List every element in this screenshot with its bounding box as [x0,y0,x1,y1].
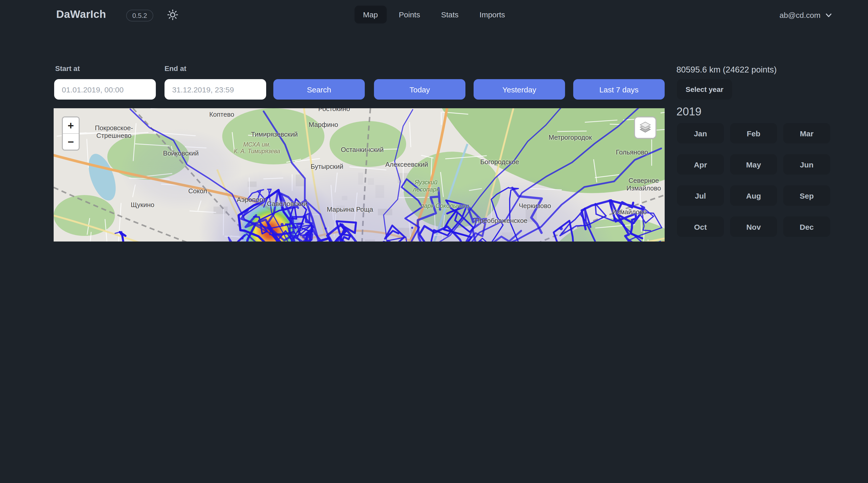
month-button-apr[interactable]: Apr [677,154,724,174]
zoom-control: + − [62,117,80,151]
month-button-feb[interactable]: Feb [730,123,777,143]
zoom-out-button[interactable]: − [63,133,79,150]
tab-stats[interactable]: Stats [432,6,467,24]
month-button-oct[interactable]: Oct [677,217,724,237]
user-email: ab@cd.com [779,11,820,20]
map-tiles [54,108,665,242]
layers-control[interactable] [634,117,656,139]
zoom-in-button[interactable]: + [63,118,79,133]
start-date-input[interactable] [54,79,156,100]
sun-icon [167,9,178,21]
theme-toggle-button[interactable] [167,9,178,21]
month-button-sep[interactable]: Sep [783,185,830,206]
app-logo[interactable]: DaWarIch [56,8,106,21]
end-at-label: End at [164,64,186,72]
yesterday-button[interactable]: Yesterday [474,79,565,100]
version-badge: 0.5.2 [126,10,153,22]
tab-points[interactable]: Points [390,6,429,24]
select-year-button[interactable]: Select year [677,79,732,100]
month-button-nov[interactable]: Nov [730,217,777,237]
month-button-aug[interactable]: Aug [730,185,777,206]
chevron-down-icon [825,11,832,19]
map-canvas[interactable]: КоптевоПокровское- СтрешневоМарфиноТимир… [54,108,665,242]
month-button-may[interactable]: May [730,154,777,174]
layers-icon [638,121,652,135]
search-button[interactable]: Search [273,79,365,100]
today-button[interactable]: Today [374,79,465,100]
month-button-jul[interactable]: Jul [677,185,724,206]
month-button-jun[interactable]: Jun [783,154,830,174]
last-7-days-button[interactable]: Last 7 days [573,79,665,100]
distance-points-summary: 80595.6 km (24622 points) [676,65,777,74]
app-window: DaWarIch 0.5.2 MapPointsStatsImports ab@… [0,0,868,242]
start-at-label: Start at [55,64,80,72]
month-button-dec[interactable]: Dec [783,217,830,237]
month-button-mar[interactable]: Mar [783,123,830,143]
tab-imports[interactable]: Imports [471,6,514,24]
user-menu[interactable]: ab@cd.com [779,11,832,20]
end-date-input[interactable] [164,79,266,100]
month-button-jan[interactable]: Jan [677,123,724,143]
month-grid: JanFebMarAprMayJunJulAugSepOctNovDec [677,123,830,237]
main-nav: MapPointsStatsImports [354,6,514,24]
year-heading: 2019 [676,105,702,119]
tab-map[interactable]: Map [354,6,386,24]
